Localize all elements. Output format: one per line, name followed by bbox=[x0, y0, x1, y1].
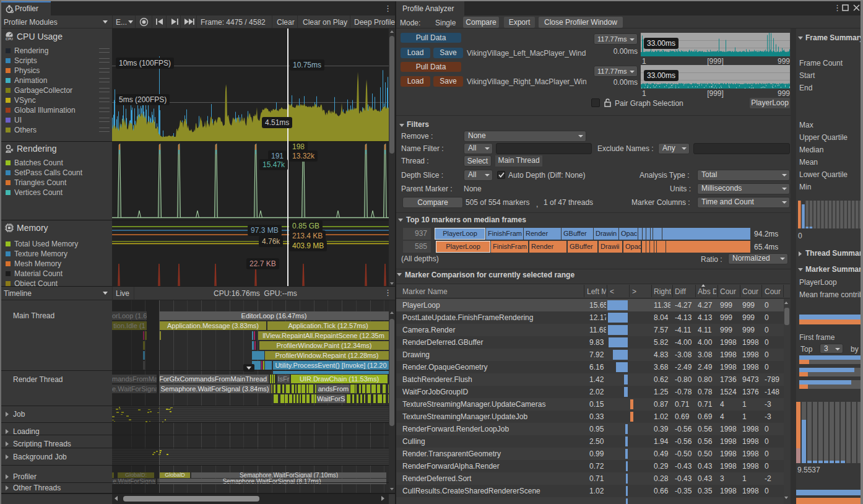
svg-text:CPU: CPU bbox=[6, 37, 13, 40]
